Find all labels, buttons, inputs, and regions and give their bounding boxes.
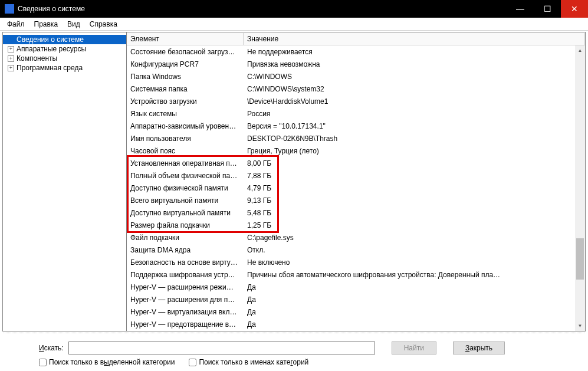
list-row[interactable]: Безопасность на основе вирту…Не включено — [127, 256, 575, 268]
menu-view[interactable]: Вид — [63, 19, 85, 29]
list-row[interactable]: Часовой поясГреция, Турция (лето) — [127, 145, 575, 157]
list-row[interactable]: Доступно физической памяти4,79 ГБ — [127, 182, 575, 194]
cell-key: Папка Windows — [127, 73, 244, 81]
list-row[interactable]: Файл подкачкиC:\pagefile.sys — [127, 231, 575, 244]
check-row: Поиск только в выделенной категории Поис… — [39, 358, 582, 366]
list-row[interactable]: Hyper-V — виртуализация вкл…Да — [127, 306, 575, 318]
chk-selected-category[interactable]: Поиск только в выделенной категории — [39, 358, 175, 366]
minimize-button[interactable]: — — [507, 0, 534, 18]
list-header[interactable]: Элемент Значение — [127, 32, 585, 45]
expand-icon[interactable]: + — [8, 65, 14, 71]
cell-value: Греция, Турция (лето) — [244, 147, 575, 155]
list-body: Состояние безопасной загруз…Не поддержив… — [127, 45, 585, 331]
scroll-down-icon[interactable]: ▼ — [575, 321, 585, 331]
find-button[interactable]: Найти — [392, 342, 436, 354]
list-row[interactable]: Hyper-V — расширения режи…Да — [127, 281, 575, 293]
cell-value: 5,48 ГБ — [244, 209, 575, 217]
chk-category-names-label: Поиск только в именах категорий — [199, 358, 308, 366]
expand-icon[interactable]: + — [8, 46, 14, 52]
rows-container: Состояние безопасной загруз…Не поддержив… — [127, 45, 575, 330]
list-row[interactable]: Hyper-V — предотвращение в…Да — [127, 318, 575, 330]
close-button[interactable]: ✕ — [561, 0, 588, 18]
cell-value: 9,13 ГБ — [244, 196, 575, 205]
cell-key: Аппаратно-зависимый уровен… — [127, 122, 244, 130]
cell-value: Причины сбоя автоматического шифрования … — [244, 271, 575, 279]
list-row[interactable]: Устройство загрузки\Device\HarddiskVolum… — [127, 95, 575, 107]
menu-file[interactable]: Файл — [2, 19, 29, 29]
tree-item-label: Сведения о системе — [17, 35, 84, 44]
tree-item-label: Аппаратные ресурсы — [17, 45, 86, 53]
cell-key: Установленная оперативная п… — [127, 159, 244, 168]
list-row[interactable]: Доступно виртуальной памяти5,48 ГБ — [127, 206, 575, 219]
chk-selected-category-box[interactable] — [39, 359, 47, 366]
column-header-element[interactable]: Элемент — [127, 33, 244, 45]
tree-item[interactable]: +Программная среда — [3, 63, 126, 73]
cell-value: Версия = "10.0.17134.1" — [244, 122, 575, 130]
scroll-up-icon[interactable]: ▲ — [575, 45, 585, 55]
vertical-scrollbar[interactable]: ▲ ▼ — [575, 45, 585, 331]
cell-value: 1,25 ГБ — [244, 221, 575, 229]
maximize-button[interactable]: ☐ — [534, 0, 561, 18]
cell-key: Системная папка — [127, 85, 244, 93]
cell-key: Размер файла подкачки — [127, 221, 244, 229]
list-row[interactable]: Имя пользователяDESKTOP-02K6N9B\Thrash — [127, 132, 575, 145]
cell-value: Россия — [244, 110, 575, 118]
window-title: Сведения о системе — [18, 5, 507, 13]
tree-pane[interactable]: Сведения о системе+Аппаратные ресурсы+Ко… — [3, 32, 127, 331]
list-row[interactable]: Установленная оперативная п…8,00 ГБ — [127, 157, 575, 169]
titlebar[interactable]: Сведения о системе — ☐ ✕ — [0, 0, 588, 18]
list-row[interactable]: Аппаратно-зависимый уровен…Версия = "10.… — [127, 120, 575, 132]
list-row[interactable]: Состояние безопасной загруз…Не поддержив… — [127, 45, 575, 58]
tree-item[interactable]: +Аппаратные ресурсы — [3, 44, 126, 54]
list-row[interactable]: Поддержка шифрования устр…Причины сбоя а… — [127, 268, 575, 281]
cell-key: Hyper-V — расширения режи… — [127, 283, 244, 291]
scroll-track[interactable] — [575, 55, 585, 321]
cell-value: 4,79 ГБ — [244, 184, 575, 192]
tree-item-label: Компоненты — [17, 54, 57, 63]
cell-key: Имя пользователя — [127, 134, 244, 143]
search-row: Искать: Найти Закрыть — [39, 342, 582, 354]
bottom-panel: Искать: Найти Закрыть Поиск только в выд… — [0, 333, 588, 371]
menubar: Файл Правка Вид Справка — [0, 18, 588, 31]
cell-key: Доступно виртуальной памяти — [127, 209, 244, 217]
list-row[interactable]: Защита DMA ядраОткл. — [127, 244, 575, 256]
cell-key: Hyper-V — предотвращение в… — [127, 320, 244, 329]
cell-key: Язык системы — [127, 110, 244, 118]
cell-key: Поддержка шифрования устр… — [127, 271, 244, 279]
list-row[interactable]: Системная папкаC:\WINDOWS\system32 — [127, 83, 575, 95]
menu-help[interactable]: Справка — [85, 19, 122, 29]
chk-selected-category-label: Поиск только в выделенной категории — [49, 358, 175, 366]
chk-category-names[interactable]: Поиск только в именах категорий — [189, 358, 308, 366]
list-row[interactable]: Папка WindowsC:\WINDOWS — [127, 70, 575, 83]
search-label: Искать: — [39, 344, 64, 352]
list-row[interactable]: Полный объем физической па…7,88 ГБ — [127, 169, 575, 182]
list-row[interactable]: Язык системыРоссия — [127, 107, 575, 120]
cell-value: Не поддерживается — [244, 48, 575, 56]
cell-key: Защита DMA ядра — [127, 246, 244, 254]
tree-item[interactable]: Сведения о системе — [3, 35, 126, 44]
cell-value: 8,00 ГБ — [244, 159, 575, 168]
close-search-button[interactable]: Закрыть — [453, 342, 505, 354]
column-header-value[interactable]: Значение — [244, 33, 585, 45]
list-row[interactable]: Размер файла подкачки1,25 ГБ — [127, 219, 575, 231]
client-area: Сведения о системе+Аппаратные ресурсы+Ко… — [0, 31, 588, 371]
tree-item-label: Программная среда — [17, 64, 83, 72]
cell-value: DESKTOP-02K6N9B\Thrash — [244, 134, 575, 143]
search-input[interactable] — [68, 342, 375, 354]
cell-key: Файл подкачки — [127, 234, 244, 242]
chk-category-names-box[interactable] — [189, 359, 196, 366]
list-row[interactable]: Всего виртуальной памяти9,13 ГБ — [127, 194, 575, 206]
scroll-thumb[interactable] — [576, 238, 584, 280]
tree-item[interactable]: +Компоненты — [3, 54, 126, 63]
list-row[interactable]: Hyper-V — расширения для п…Да — [127, 293, 575, 306]
cell-value: C:\pagefile.sys — [244, 234, 575, 242]
list-pane: Элемент Значение Состояние безопасной за… — [127, 32, 585, 331]
cell-value: \Device\HarddiskVolume1 — [244, 97, 575, 106]
menu-edit[interactable]: Правка — [29, 19, 63, 29]
list-row[interactable]: Конфигурация PCR7Привязка невозможна — [127, 58, 575, 70]
cell-value: Привязка невозможна — [244, 60, 575, 68]
cell-value: Да — [244, 308, 575, 316]
cell-key: Hyper-V — виртуализация вкл… — [127, 308, 244, 316]
cell-key: Конфигурация PCR7 — [127, 60, 244, 68]
expand-icon[interactable]: + — [8, 55, 14, 62]
